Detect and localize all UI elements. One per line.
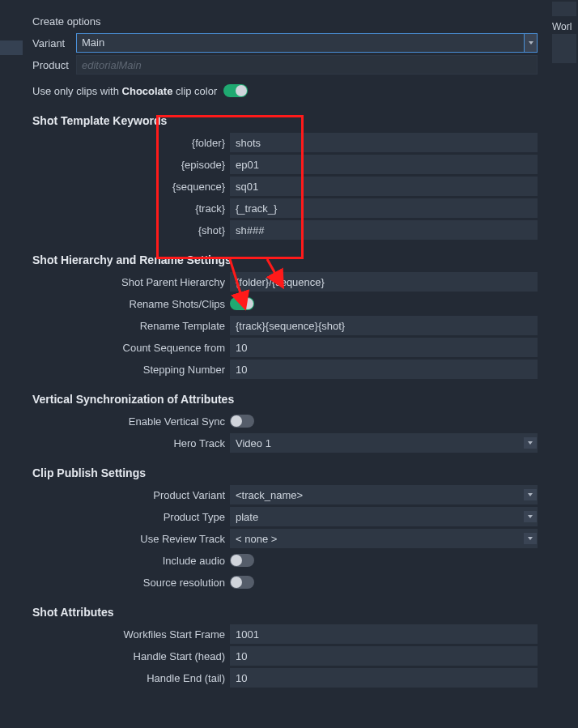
use-clips-suffix: clip color — [172, 85, 217, 97]
product-type-row: Product Type plate — [6, 506, 538, 527]
review-track-value: < none > — [236, 533, 524, 545]
side-box-top — [552, 2, 576, 16]
product-type-select[interactable]: plate — [230, 507, 538, 526]
product-input[interactable] — [76, 55, 538, 75]
kw-shot-row: {shot} — [6, 219, 538, 241]
side-box-bottom — [552, 34, 576, 63]
product-label: Product — [6, 59, 76, 71]
create-options-heading-row: Create options — [6, 11, 538, 32]
kw-episode-input[interactable] — [230, 155, 538, 174]
kw-track-row: {track} — [6, 198, 538, 219]
kw-folder-row: {folder} — [6, 132, 538, 153]
kw-sequence-row: {sequence} — [6, 176, 538, 197]
chevron-down-icon — [528, 537, 533, 540]
publish-heading: Clip Publish Settings — [6, 466, 538, 479]
variant-input[interactable]: Main — [76, 33, 525, 53]
handle-end-input[interactable] — [230, 668, 538, 688]
include-audio-label: Include audio — [6, 555, 230, 567]
variant-row: Variant Main — [6, 32, 538, 53]
side-panel: Worl — [549, 0, 578, 728]
chevron-down-icon — [528, 493, 533, 496]
kw-sequence-input[interactable] — [230, 177, 538, 196]
variant-dropdown-arrow[interactable] — [525, 33, 538, 53]
rename-clips-label: Rename Shots/Clips — [6, 298, 230, 310]
rename-clips-row: Rename Shots/Clips — [6, 293, 538, 314]
count-from-label: Count Sequence from — [6, 342, 230, 354]
product-type-label: Product Type — [6, 511, 230, 523]
kw-episode-row: {episode} — [6, 154, 538, 175]
handle-start-label: Handle Start (head) — [6, 650, 230, 662]
product-variant-label: Product Variant — [6, 489, 230, 501]
vsync-heading: Vertical Synchronization of Attributes — [6, 393, 538, 406]
kw-track-label: {track} — [6, 202, 230, 215]
hero-track-row: Hero Track Video 1 — [6, 432, 538, 453]
use-clips-row: Use only clips with Chocolate clip color — [6, 80, 538, 101]
source-res-toggle[interactable] — [230, 576, 254, 589]
source-res-label: Source resolution — [6, 577, 230, 589]
product-variant-arrow[interactable] — [524, 489, 537, 500]
side-work-label: Worl — [552, 21, 578, 32]
hero-track-arrow[interactable] — [524, 437, 537, 449]
enable-vsync-toggle[interactable] — [230, 415, 254, 428]
handle-end-label: Handle End (tail) — [6, 672, 230, 684]
product-variant-select[interactable]: <track_name> — [230, 485, 538, 504]
shot-attributes-heading: Shot Attributes — [6, 606, 538, 619]
kw-shot-label: {shot} — [6, 224, 230, 236]
parent-hierarchy-row: Shot Parent Hierarchy — [6, 271, 538, 292]
include-audio-toggle[interactable] — [230, 554, 254, 567]
rename-template-label: Rename Template — [6, 320, 230, 332]
review-track-label: Use Review Track — [6, 533, 230, 545]
kw-sequence-label: {sequence} — [6, 181, 230, 193]
use-clips-text: Use only clips with Chocolate clip color — [32, 85, 217, 97]
handle-start-row: Handle Start (head) — [6, 645, 538, 666]
workfiles-label: Workfiles Start Frame — [6, 628, 230, 641]
use-clips-toggle[interactable] — [223, 84, 248, 97]
rename-clips-toggle[interactable] — [230, 297, 254, 310]
rename-template-input[interactable] — [230, 316, 538, 335]
kw-shot-input[interactable] — [230, 220, 538, 240]
use-clips-bold: Chocolate — [122, 85, 173, 97]
left-tab-indicator — [0, 40, 23, 55]
count-from-input[interactable] — [230, 338, 538, 357]
chevron-down-icon — [528, 441, 533, 445]
handle-end-row: Handle End (tail) — [6, 667, 538, 688]
template-keywords-heading: Shot Template Keywords — [6, 114, 538, 127]
parent-hierarchy-input[interactable] — [230, 272, 538, 292]
parent-hierarchy-label: Shot Parent Hierarchy — [6, 276, 230, 288]
hero-track-select[interactable]: Video 1 — [230, 433, 538, 453]
product-type-arrow[interactable] — [524, 511, 537, 522]
main-panel: Create options Variant Main Product Use … — [0, 0, 544, 699]
chevron-down-icon — [528, 515, 533, 518]
product-row: Product — [6, 54, 538, 75]
kw-folder-input[interactable] — [230, 133, 538, 152]
stepping-label: Stepping Number — [6, 364, 230, 376]
variant-combo[interactable]: Main — [76, 33, 538, 53]
use-clips-prefix: Use only clips with — [32, 85, 122, 97]
enable-vsync-label: Enable Vertical Sync — [6, 415, 230, 428]
handle-start-input[interactable] — [230, 646, 538, 666]
chevron-down-icon — [529, 41, 533, 45]
review-track-row: Use Review Track < none > — [6, 528, 538, 549]
workfiles-row: Workfiles Start Frame — [6, 624, 538, 645]
hero-track-value: Video 1 — [236, 437, 524, 449]
review-track-arrow[interactable] — [524, 533, 537, 544]
review-track-select[interactable]: < none > — [230, 529, 538, 548]
source-res-row: Source resolution — [6, 572, 538, 593]
kw-track-input[interactable] — [230, 198, 538, 218]
stepping-input[interactable] — [230, 360, 538, 379]
stepping-row: Stepping Number — [6, 359, 538, 380]
product-variant-row: Product Variant <track_name> — [6, 484, 538, 505]
count-from-row: Count Sequence from — [6, 337, 538, 358]
kw-folder-label: {folder} — [6, 137, 230, 149]
hierarchy-heading: Shot Hierarchy and Rename Settings — [6, 253, 538, 266]
product-type-value: plate — [236, 511, 524, 523]
enable-vsync-row: Enable Vertical Sync — [6, 411, 538, 432]
rename-template-row: Rename Template — [6, 315, 538, 336]
create-options-heading: Create options — [32, 15, 101, 28]
workfiles-input[interactable] — [230, 624, 538, 644]
include-audio-row: Include audio — [6, 550, 538, 571]
kw-episode-label: {episode} — [6, 159, 230, 171]
product-variant-value: <track_name> — [236, 489, 524, 501]
hero-track-label: Hero Track — [6, 437, 230, 449]
